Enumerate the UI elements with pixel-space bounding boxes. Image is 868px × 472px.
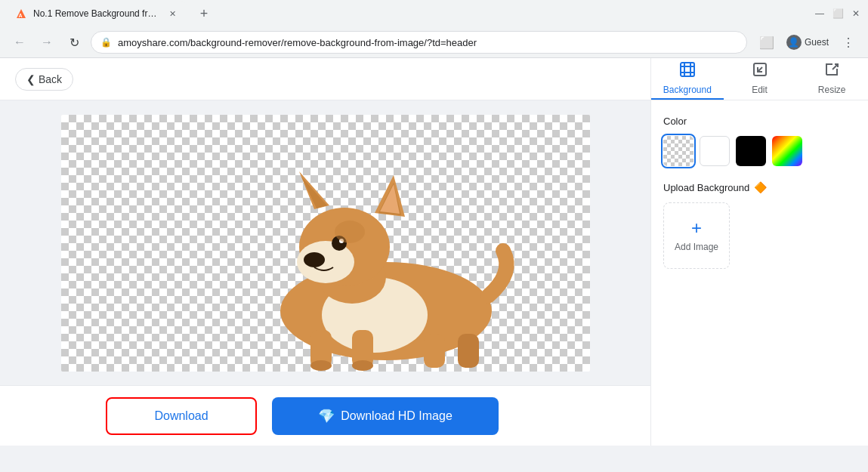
tab-edit[interactable]: Edit bbox=[724, 58, 796, 100]
app-header: ❮ Back bbox=[0, 58, 650, 100]
add-image-button[interactable]: + Add Image bbox=[663, 202, 730, 269]
svg-line-28 bbox=[832, 64, 838, 69]
tab-resize[interactable]: Resize bbox=[795, 58, 868, 100]
color-black[interactable] bbox=[736, 136, 766, 166]
app-container: ❮ Back bbox=[0, 58, 868, 446]
profile-button[interactable]: 👤 Guest bbox=[780, 33, 835, 51]
window-controls: — ⬜ ✕ bbox=[814, 8, 862, 20]
browser-actions: ⬜ 👤 Guest ⋮ bbox=[756, 32, 859, 53]
svg-rect-7 bbox=[458, 334, 479, 368]
tools-content: Color Upload Background 🔶 + Add Image bbox=[651, 100, 868, 446]
menu-button[interactable]: ⋮ bbox=[838, 32, 859, 53]
tools-panel: Background Edit bbox=[650, 58, 868, 446]
color-section-label: Color bbox=[663, 116, 856, 127]
download-bar: Download 💎 Download HD Image bbox=[0, 385, 650, 446]
tab-background[interactable]: Background bbox=[651, 58, 724, 100]
new-tab-button[interactable]: + bbox=[193, 3, 215, 24]
svg-rect-22 bbox=[681, 63, 694, 76]
resize-tab-icon bbox=[823, 61, 840, 82]
download-hd-label: Download HD Image bbox=[341, 409, 453, 423]
download-label: Download bbox=[154, 409, 208, 422]
svg-rect-6 bbox=[424, 334, 445, 368]
maximize-button[interactable]: ⬜ bbox=[832, 8, 844, 20]
back-arrow-icon: ❮ bbox=[26, 73, 36, 85]
image-canvas bbox=[61, 115, 590, 372]
svg-point-11 bbox=[304, 252, 325, 267]
gem-icon: 💎 bbox=[318, 408, 335, 424]
background-tab-icon bbox=[679, 61, 696, 82]
download-button[interactable]: Download bbox=[106, 397, 257, 435]
edit-tab-label: Edit bbox=[752, 85, 768, 95]
upload-bg-label: Upload Background 🔶 bbox=[663, 181, 856, 193]
address-bar: ← → ↻ 🔒 amoyshare.com/background-remover… bbox=[0, 27, 868, 57]
svg-point-20 bbox=[310, 360, 332, 371]
main-panel: ❮ Back bbox=[0, 58, 650, 446]
profile-label: Guest bbox=[805, 37, 829, 48]
color-transparent[interactable] bbox=[663, 136, 693, 166]
tab-favicon: A bbox=[15, 8, 27, 20]
back-label: Back bbox=[39, 73, 62, 85]
title-bar: A No.1 Remove Background from ✕ + — ⬜ ✕ bbox=[0, 0, 868, 27]
browser-tab[interactable]: A No.1 Remove Background from ✕ bbox=[6, 2, 187, 26]
premium-icon: 🔶 bbox=[754, 181, 767, 193]
add-plus-icon: + bbox=[691, 219, 702, 237]
minimize-button[interactable]: — bbox=[814, 8, 826, 20]
cast-button[interactable]: ⬜ bbox=[756, 32, 777, 53]
color-rainbow[interactable] bbox=[772, 136, 802, 166]
back-nav-button[interactable]: ← bbox=[9, 32, 30, 53]
tab-title: No.1 Remove Background from bbox=[33, 8, 160, 19]
browser-chrome: A No.1 Remove Background from ✕ + — ⬜ ✕ … bbox=[0, 0, 868, 58]
svg-text:A: A bbox=[19, 13, 23, 18]
edit-tab-icon bbox=[752, 61, 768, 82]
reload-button[interactable]: ↻ bbox=[63, 32, 85, 53]
background-tab-label: Background bbox=[663, 85, 712, 95]
tab-close-button[interactable]: ✕ bbox=[166, 8, 178, 20]
profile-icon: 👤 bbox=[786, 35, 802, 50]
corgi-image bbox=[235, 137, 537, 372]
svg-point-19 bbox=[335, 221, 365, 243]
upload-bg-text: Upload Background bbox=[663, 182, 749, 193]
forward-nav-button[interactable]: → bbox=[36, 32, 57, 53]
color-options bbox=[663, 136, 856, 166]
address-input-wrap[interactable]: 🔒 amoyshare.com/background-remover/remov… bbox=[91, 31, 747, 54]
lock-icon: 🔒 bbox=[100, 37, 112, 48]
back-button[interactable]: ❮ Back bbox=[15, 68, 73, 91]
download-hd-button[interactable]: 💎 Download HD Image bbox=[272, 397, 499, 435]
add-image-text: Add Image bbox=[675, 242, 718, 252]
resize-tab-label: Resize bbox=[818, 85, 846, 95]
tools-tabs: Background Edit bbox=[651, 58, 868, 100]
close-window-button[interactable]: ✕ bbox=[850, 8, 862, 20]
color-white[interactable] bbox=[700, 136, 730, 166]
canvas-area bbox=[0, 100, 650, 385]
svg-point-21 bbox=[352, 360, 373, 371]
address-text: amoyshare.com/background-remover/remove-… bbox=[118, 37, 737, 48]
